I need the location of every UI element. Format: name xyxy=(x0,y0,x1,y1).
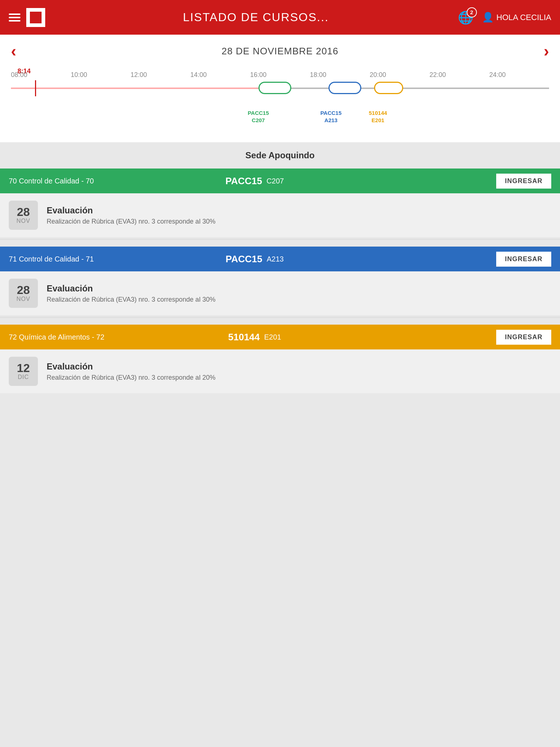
course-separator xyxy=(0,317,560,318)
course-section-course-70: 70 Control de Calidad - 70 PACC15 C207 I… xyxy=(0,169,560,240)
course-section-course-71: 71 Control de Calidad - 71 PACC15 A213 I… xyxy=(0,247,560,318)
course-event-info-course-70: Evaluación Realización de Rúbrica (EVA3)… xyxy=(47,205,551,225)
course-section-course-72: 72 Química de Alimentos - 72 510144 E201… xyxy=(0,325,560,393)
hour-label-1200: 12:00 xyxy=(131,71,190,79)
course-event-title-course-71: Evaluación xyxy=(47,283,551,294)
course-room-course-70: C207 xyxy=(267,177,284,185)
timeline-label-green: PACC15 C207 xyxy=(248,109,269,124)
course-day-course-72: 12 xyxy=(17,362,30,374)
current-date-label: 28 DE NOVIEMBRE 2016 xyxy=(16,46,544,57)
hamburger-menu-button[interactable] xyxy=(9,13,20,22)
course-number-course-70: 70 Control de Calidad - 70 xyxy=(9,177,221,185)
course-ingresar-button-course-71[interactable]: INGRESAR xyxy=(496,252,551,267)
prev-date-button[interactable]: ‹ xyxy=(11,42,16,60)
hour-label-1600: 16:00 xyxy=(250,71,310,79)
course-number-course-71: 71 Control de Calidad - 71 xyxy=(9,255,221,263)
hour-label-2000: 20:00 xyxy=(370,71,429,79)
course-code-course-71: PACC15 xyxy=(226,253,262,265)
course-event-info-course-72: Evaluación Realización de Rúbrica (EVA3)… xyxy=(47,361,551,382)
timeline-bubble-510144-e201[interactable] xyxy=(374,82,403,94)
course-room-course-71: A213 xyxy=(267,255,284,263)
notification-badge: 2 xyxy=(467,7,477,18)
course-header-course-71: 71 Control de Calidad - 71 PACC15 A213 I… xyxy=(0,247,560,271)
courses-list: 70 Control de Calidad - 70 PACC15 C207 I… xyxy=(0,169,560,393)
sede-label: Sede Apoquindo xyxy=(0,142,560,169)
hour-label-1400: 14:00 xyxy=(190,71,250,79)
course-event-title-course-70: Evaluación xyxy=(47,205,551,216)
course-event-title-course-72: Evaluación xyxy=(47,361,551,372)
current-time-marker xyxy=(35,80,36,96)
user-greeting-label: HOLA CECILIA xyxy=(497,13,551,22)
globe-icon-wrapper[interactable]: 🌐 2 xyxy=(458,10,473,25)
course-number-course-72: 72 Química de Alimentos - 72 xyxy=(9,333,224,341)
hour-label-2400: 24:00 xyxy=(489,71,549,79)
course-header-course-72: 72 Química de Alimentos - 72 510144 E201… xyxy=(0,325,560,349)
app-logo xyxy=(26,8,45,27)
header-right-section: 🌐 2 👤 HOLA CECILIA xyxy=(458,10,551,25)
course-code-course-70: PACC15 xyxy=(225,175,262,187)
timeline-track xyxy=(11,80,549,109)
course-date-badge-course-70: 28 NOV xyxy=(9,201,38,230)
course-month-course-72: DIC xyxy=(18,374,29,380)
course-event-desc-course-70: Realización de Rúbrica (EVA3) nro. 3 cor… xyxy=(47,218,551,225)
course-month-course-70: NOV xyxy=(16,218,30,224)
timeline-label-blue: PACC15 A213 xyxy=(320,109,342,124)
course-date-badge-course-71: 28 NOV xyxy=(9,279,38,308)
timeline-elapsed-line xyxy=(11,88,258,89)
next-date-button[interactable]: › xyxy=(544,42,549,60)
timeline-label-yellow: 510144 E201 xyxy=(369,109,387,124)
user-icon: 👤 xyxy=(482,12,494,23)
course-room-course-72: E201 xyxy=(264,333,281,341)
course-day-course-70: 28 xyxy=(17,206,30,218)
course-body-course-71: 28 NOV Evaluación Realización de Rúbrica… xyxy=(0,271,560,315)
course-day-course-71: 28 xyxy=(17,284,30,296)
hour-label-2200: 22:00 xyxy=(429,71,489,79)
course-date-badge-course-72: 12 DIC xyxy=(9,357,38,386)
timeline-hour-labels: 08:00 10:00 12:00 14:00 16:00 18:00 20:0… xyxy=(11,67,549,79)
user-profile-button[interactable]: 👤 HOLA CECILIA xyxy=(482,12,551,23)
hour-label-0800: 08:00 xyxy=(11,71,71,79)
timeline-section: 8:14 08:00 10:00 12:00 14:00 16:00 18:00… xyxy=(0,67,560,142)
course-event-desc-course-71: Realización de Rúbrica (EVA3) nro. 3 cor… xyxy=(47,296,551,303)
page-title: LISTADO DE CURSOS... xyxy=(54,11,458,24)
course-event-desc-course-72: Realización de Rúbrica (EVA3) nro. 3 cor… xyxy=(47,374,551,382)
date-navigation: ‹ 28 DE NOVIEMBRE 2016 › xyxy=(0,35,560,67)
course-code-course-72: 510144 xyxy=(228,332,260,343)
course-header-course-70: 70 Control de Calidad - 70 PACC15 C207 I… xyxy=(0,169,560,193)
timeline-bubble-pacc15-c207[interactable] xyxy=(258,82,291,94)
course-body-course-70: 28 NOV Evaluación Realización de Rúbrica… xyxy=(0,193,560,237)
course-event-info-course-71: Evaluación Realización de Rúbrica (EVA3)… xyxy=(47,283,551,303)
hour-label-1800: 18:00 xyxy=(310,71,370,79)
hour-label-1000: 10:00 xyxy=(71,71,131,79)
timeline-bubble-pacc15-a213[interactable] xyxy=(328,82,361,94)
timeline-course-labels: PACC15 C207 PACC15 A213 510144 E201 xyxy=(11,109,549,131)
course-ingresar-button-course-70[interactable]: INGRESAR xyxy=(496,174,551,189)
course-body-course-72: 12 DIC Evaluación Realización de Rúbrica… xyxy=(0,349,560,393)
course-separator xyxy=(0,239,560,240)
course-month-course-71: NOV xyxy=(16,296,30,302)
app-header: LISTADO DE CURSOS... 🌐 2 👤 HOLA CECILIA xyxy=(0,0,560,35)
course-ingresar-button-course-72[interactable]: INGRESAR xyxy=(496,330,551,345)
